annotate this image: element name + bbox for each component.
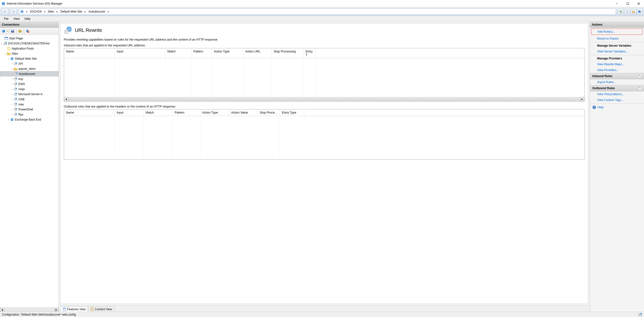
connect-button[interactable] bbox=[1, 28, 6, 34]
tree-toggle[interactable]: › bbox=[10, 72, 14, 75]
save-button[interactable] bbox=[10, 28, 15, 34]
inbound-rules-grid[interactable]: NameInputMatchPatternAction TypeAction U… bbox=[64, 48, 584, 102]
refresh-button[interactable] bbox=[618, 9, 624, 14]
minimize-button[interactable] bbox=[612, 0, 622, 7]
collapse-icon[interactable]: ⌃ bbox=[638, 74, 642, 78]
column-header[interactable]: Match bbox=[144, 110, 173, 116]
column-header[interactable]: Name bbox=[64, 48, 115, 58]
tree-toggle[interactable]: › bbox=[10, 113, 14, 116]
up-level-button[interactable] bbox=[18, 28, 23, 34]
home-button[interactable] bbox=[630, 9, 636, 14]
column-header[interactable]: Pattern bbox=[192, 48, 212, 58]
svg-point-64 bbox=[640, 313, 642, 314]
tree-site-child[interactable]: ›ecp bbox=[0, 76, 58, 82]
stop-button[interactable] bbox=[624, 9, 630, 14]
collapse-icon[interactable]: ⌃ bbox=[638, 86, 642, 90]
breadcrumb-item[interactable]: Sites bbox=[47, 10, 55, 14]
features-view-icon bbox=[63, 308, 66, 311]
tree-site-child[interactable]: ›PowerShell bbox=[0, 107, 58, 112]
tree-toggle[interactable]: › bbox=[10, 103, 14, 106]
tree-site-child[interactable]: ›Autodiscover bbox=[0, 71, 58, 76]
tree-site-child[interactable]: ›Microsoft-Server-A bbox=[0, 92, 58, 97]
view-custom-tags-link[interactable]: View Custom Tags... bbox=[590, 97, 644, 103]
view-preconditions-link[interactable]: View Preconditions... bbox=[590, 91, 644, 97]
close-button[interactable] bbox=[633, 0, 644, 7]
breadcrumb-item[interactable]: Default Web Site bbox=[60, 10, 83, 14]
column-header[interactable]: Name bbox=[64, 110, 115, 116]
scroll-left-button[interactable]: ◂ bbox=[64, 97, 68, 101]
tree-site-child[interactable]: ›API bbox=[0, 61, 58, 66]
tree-start-page[interactable]: Start Page bbox=[0, 36, 58, 41]
nav-back-button[interactable] bbox=[2, 8, 9, 15]
scroll-right-button[interactable]: ▸ bbox=[54, 308, 58, 312]
app-icon bbox=[14, 72, 18, 76]
column-header[interactable]: Action Type bbox=[200, 110, 229, 116]
tree-toggle[interactable]: › bbox=[10, 68, 14, 70]
tree-toggle[interactable]: › bbox=[10, 108, 14, 111]
tree-site-child[interactable]: ›OAB bbox=[0, 97, 58, 102]
grid-horizontal-scrollbar[interactable]: ◂ ▸ bbox=[64, 97, 584, 101]
tree-exchange-back-end[interactable]: › Exchange Back End bbox=[0, 117, 58, 122]
column-header[interactable]: Pattern bbox=[173, 110, 200, 116]
horizontal-scrollbar[interactable]: ◂ ▸ bbox=[0, 307, 58, 312]
connections-tree[interactable]: Start Page ⌄ EXCH19 (THESECMASTER\Ad App… bbox=[0, 35, 58, 307]
column-header[interactable]: Action URL bbox=[243, 48, 272, 58]
tree-toggle[interactable]: › bbox=[10, 93, 14, 96]
tree-site-child[interactable]: ›aspnet_client bbox=[0, 66, 58, 71]
breadcrumb-item[interactable]: EXCH19 bbox=[29, 10, 42, 14]
tree-toggle[interactable]: › bbox=[10, 78, 14, 80]
column-header[interactable]: Entry T bbox=[304, 48, 316, 58]
tree-toggle[interactable]: ⌄ bbox=[0, 42, 4, 45]
column-header[interactable]: Match bbox=[166, 48, 192, 58]
tree-toggle[interactable]: ⌄ bbox=[7, 57, 10, 60]
tree-toggle[interactable]: › bbox=[10, 98, 14, 100]
tree-toggle[interactable]: › bbox=[10, 83, 14, 85]
help-link[interactable]: ? Help bbox=[590, 104, 644, 110]
remove-connection-button[interactable] bbox=[25, 28, 30, 34]
tree-site-child[interactable]: ›EWS bbox=[0, 82, 58, 86]
features-view-tab[interactable]: Features View bbox=[61, 306, 88, 312]
view-providers-link[interactable]: View Providers... bbox=[590, 67, 644, 73]
maximize-button[interactable] bbox=[622, 0, 633, 7]
inbound-rules-section[interactable]: Inbound Rules ⌃ bbox=[590, 73, 644, 79]
tree-toggle[interactable]: ⌄ bbox=[4, 52, 7, 55]
column-header[interactable]: Input bbox=[115, 48, 166, 58]
column-header[interactable]: Stop Processing bbox=[272, 48, 304, 58]
menu-help[interactable]: Help bbox=[22, 16, 33, 21]
nav-forward-button[interactable] bbox=[10, 8, 17, 15]
view-server-variables-link[interactable]: View Server Variables... bbox=[590, 48, 644, 54]
app-icon bbox=[14, 97, 18, 101]
tree-sites[interactable]: ⌄ Sites bbox=[0, 51, 58, 56]
menu-view[interactable]: View bbox=[11, 16, 22, 21]
dropdown-arrow-icon[interactable]: ▾ bbox=[7, 30, 8, 32]
tree-toggle[interactable]: › bbox=[7, 118, 10, 121]
chevron-right-icon: ▸ bbox=[83, 10, 88, 13]
tree-site-child[interactable]: ›mapi bbox=[0, 86, 58, 92]
scroll-right-button[interactable]: ▸ bbox=[580, 97, 584, 101]
scroll-left-button[interactable]: ◂ bbox=[0, 308, 4, 312]
column-header[interactable]: Entry Type bbox=[280, 110, 304, 116]
add-rules-button[interactable]: Add Rule(s)... bbox=[591, 28, 642, 35]
content-view-tab[interactable]: Content View bbox=[88, 306, 114, 312]
column-header[interactable]: Input bbox=[115, 110, 144, 116]
outbound-rules-section[interactable]: Outbound Rules ⌃ bbox=[590, 85, 644, 91]
revert-to-parent-link[interactable]: Revert to Parent bbox=[590, 36, 644, 42]
tree-default-web-site[interactable]: ⌄ Default Web Site bbox=[0, 56, 58, 61]
tree-toggle[interactable]: › bbox=[10, 88, 14, 90]
column-header[interactable]: Stop Proce... bbox=[258, 110, 280, 116]
tree-toggle[interactable]: › bbox=[10, 62, 14, 65]
breadcrumb[interactable]: ▸ EXCH19 ▸ Sites ▸ Default Web Site ▸ Au… bbox=[19, 8, 616, 15]
column-header[interactable]: Action Value bbox=[229, 110, 258, 116]
column-header[interactable]: Action Type bbox=[212, 48, 243, 58]
tree-server[interactable]: ⌄ EXCH19 (THESECMASTER\Ad bbox=[0, 41, 58, 46]
breadcrumb-item[interactable]: Autodiscover bbox=[88, 10, 106, 14]
tree-site-child[interactable]: ›Rpc bbox=[0, 112, 58, 117]
tree-site-child[interactable]: ›owa bbox=[0, 102, 58, 107]
svg-point-46 bbox=[16, 113, 17, 114]
tree-app-pools[interactable]: Application Pools bbox=[0, 46, 58, 51]
view-rewrite-maps-link[interactable]: View Rewrite Maps... bbox=[590, 61, 644, 67]
menu-file[interactable]: File bbox=[2, 16, 11, 21]
help-dropdown-button[interactable]: ? bbox=[637, 9, 642, 14]
import-rules-link[interactable]: Import Rules... bbox=[590, 79, 644, 85]
outbound-rules-grid[interactable]: NameInputMatchPatternAction TypeAction V… bbox=[64, 109, 584, 160]
